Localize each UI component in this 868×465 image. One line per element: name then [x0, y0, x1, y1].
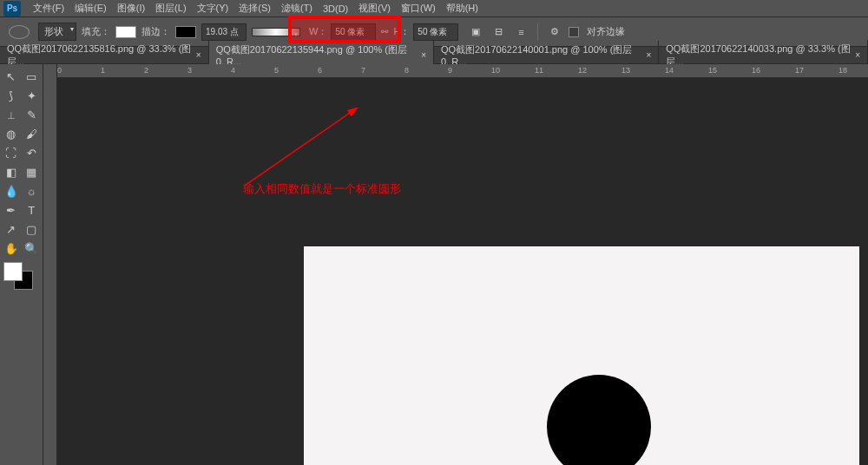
menu-type[interactable]: 文字(Y)	[192, 2, 234, 15]
canvas[interactable]	[304, 246, 859, 465]
stroke-width-input[interactable]: 19.03 点	[201, 23, 247, 41]
ruler-tick: 13	[621, 66, 630, 75]
ruler-tick: 7	[361, 66, 365, 75]
menu-help[interactable]: 帮助(H)	[441, 2, 483, 15]
move-tool[interactable]: ↖	[2, 68, 21, 85]
ruler-tick: 17	[795, 66, 804, 75]
toolbox: ↖▭ ⟆✦ ⟂✎ ◍🖌 ⛶↶ ◧▦ 💧☼ ✒T ↗▢ ✋🔍	[0, 64, 43, 465]
dodge-tool[interactable]: ☼	[23, 182, 42, 200]
type-tool[interactable]: T	[23, 201, 42, 219]
ruler-tick: 14	[665, 66, 674, 75]
path-select-tool[interactable]: ↗	[2, 220, 21, 238]
ruler-tick: 12	[578, 66, 587, 75]
ruler-tick: 8	[404, 66, 409, 75]
ruler-tick: 5	[274, 66, 279, 75]
fill-label: 填充：	[82, 25, 110, 38]
ruler-tick: 11	[535, 66, 543, 75]
stamp-tool[interactable]: ⛶	[2, 144, 21, 161]
ruler-tick: 18	[838, 66, 847, 75]
ruler-tick: 15	[708, 66, 717, 75]
ruler-tick: 10	[491, 66, 500, 75]
menu-file[interactable]: 文件(F)	[28, 2, 69, 15]
stroke-swatch[interactable]	[175, 26, 196, 38]
canvas-area[interactable]: 0123456789101112131415161718 输入相同数值就是一个标…	[43, 64, 868, 465]
fill-swatch[interactable]	[115, 26, 136, 38]
ruler-tick: 16	[752, 66, 760, 75]
ruler-tick: 1	[101, 66, 105, 75]
marquee-tool[interactable]: ▭	[23, 68, 42, 85]
history-brush-tool[interactable]: ↶	[23, 144, 42, 161]
menu-select[interactable]: 选择(S)	[233, 2, 276, 15]
menu-3d[interactable]: 3D(D)	[318, 3, 353, 14]
wand-tool[interactable]: ✦	[23, 87, 42, 104]
menu-image[interactable]: 图像(I)	[112, 2, 150, 15]
close-icon[interactable]: ×	[855, 50, 860, 60]
circle-shape[interactable]	[547, 375, 651, 465]
pen-tool[interactable]: ✒	[2, 201, 21, 219]
eyedropper-tool[interactable]: ✎	[23, 106, 42, 123]
ruler-tick: 4	[231, 66, 235, 75]
menu-layer[interactable]: 图层(L)	[150, 2, 191, 15]
ruler-tick: 2	[144, 66, 148, 75]
zoom-tool[interactable]: 🔍	[23, 239, 42, 257]
menu-window[interactable]: 窗口(W)	[396, 2, 441, 15]
brush-tool[interactable]: 🖌	[23, 125, 42, 142]
menu-bar: Ps 文件(F) 编辑(E) 图像(I) 图层(L) 文字(Y) 选择(S) 滤…	[0, 0, 868, 17]
heal-tool[interactable]: ◍	[2, 125, 21, 142]
menu-view[interactable]: 视图(V)	[353, 2, 396, 15]
ruler-horizontal: 0123456789101112131415161718	[57, 64, 868, 78]
color-picker[interactable]	[2, 262, 36, 293]
ruler-vertical	[43, 64, 57, 465]
ruler-tick: 6	[318, 66, 322, 75]
app-logo: Ps	[3, 1, 21, 16]
lasso-tool[interactable]: ⟆	[2, 87, 21, 104]
annotation-highlight-box	[288, 16, 401, 43]
tab-label: QQ截图20170622135944.png @ 100% (图层 0, R..…	[216, 43, 418, 67]
ruler-tick: 3	[187, 66, 192, 75]
crop-tool[interactable]: ⟂	[2, 106, 21, 123]
foreground-color[interactable]	[3, 262, 23, 281]
workspace: ↖▭ ⟆✦ ⟂✎ ◍🖌 ⛶↶ ◧▦ 💧☼ ✒T ↗▢ ✋🔍 0123456789…	[0, 64, 868, 465]
height-input[interactable]: 50 像素	[413, 23, 458, 41]
eraser-tool[interactable]: ◧	[2, 163, 21, 180]
close-icon[interactable]: ×	[196, 50, 201, 60]
shape-tool[interactable]: ▢	[23, 220, 42, 238]
align-edges-label: 对齐边缘	[587, 25, 625, 38]
path-arrange-icon[interactable]: ≡	[512, 23, 529, 41]
menu-edit[interactable]: 编辑(E)	[69, 2, 112, 15]
tab-label: QQ截图20170622140001.png @ 100% (图层 0, R..…	[441, 43, 642, 67]
ruler-tick: 0	[57, 66, 62, 75]
document-tabs: QQ截图20170622135816.png @ 33.3% (图层...× Q…	[0, 47, 868, 64]
path-align-icon[interactable]: ⊟	[490, 23, 507, 41]
align-edges-checkbox[interactable]	[569, 27, 579, 37]
annotation-text: 输入相同数值就是一个标准圆形	[243, 181, 401, 197]
gradient-tool[interactable]: ▦	[23, 163, 42, 180]
gear-icon[interactable]: ⚙	[546, 23, 563, 41]
ruler-tick: 9	[448, 66, 452, 75]
svg-line-0	[245, 108, 358, 186]
stroke-label: 描边：	[141, 25, 170, 38]
ellipse-tool-indicator	[9, 25, 30, 39]
hand-tool[interactable]: ✋	[2, 239, 21, 257]
shape-mode-dropdown[interactable]: 形状	[38, 23, 76, 41]
close-icon[interactable]: ×	[421, 50, 426, 60]
blur-tool[interactable]: 💧	[2, 182, 21, 200]
menu-filter[interactable]: 滤镜(T)	[276, 2, 318, 15]
divider	[537, 23, 538, 41]
path-combine-icon[interactable]: ▣	[467, 23, 484, 41]
close-icon[interactable]: ×	[646, 50, 651, 60]
